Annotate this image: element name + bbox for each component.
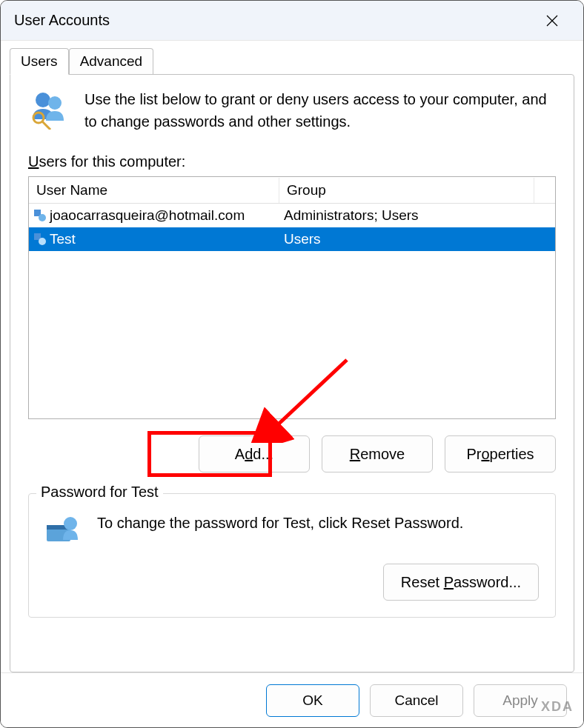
svg-point-3	[48, 96, 62, 110]
svg-point-2	[36, 93, 50, 107]
tab-row: Users Advanced	[10, 48, 574, 74]
svg-point-9	[39, 238, 46, 245]
cell-username: joaocarrasqueira@hotmail.com	[29, 206, 279, 225]
password-button-row: Reset Password...	[45, 564, 539, 601]
table-row[interactable]: joaocarrasqueira@hotmail.com Administrat…	[29, 204, 555, 227]
tab-area: Users Advanced Use the list below to gra…	[1, 41, 583, 672]
cell-username: Test	[29, 230, 279, 249]
cell-group: Administrators; Users	[279, 206, 555, 225]
tab-content-users: Use the list below to grant or deny user…	[10, 74, 574, 672]
reset-password-button[interactable]: Reset Password...	[383, 564, 539, 601]
tab-users[interactable]: Users	[10, 48, 69, 75]
dialog-footer: OK Cancel Apply	[1, 672, 583, 727]
svg-line-5	[42, 121, 50, 130]
user-password-icon	[45, 512, 79, 546]
table-header: User Name Group	[29, 177, 555, 204]
cancel-button[interactable]: Cancel	[370, 684, 463, 717]
column-header-username[interactable]: User Name	[29, 178, 279, 203]
column-header-spacer	[534, 186, 555, 195]
close-button[interactable]	[534, 6, 570, 36]
add-button[interactable]: Add...	[199, 435, 310, 472]
password-row: To change the password for Test, click R…	[45, 509, 539, 546]
svg-point-7	[39, 214, 46, 221]
password-text: To change the password for Test, click R…	[97, 509, 463, 532]
users-table[interactable]: User Name Group joaocarrasqueira@hotmail…	[28, 176, 556, 419]
svg-point-13	[64, 517, 77, 530]
users-list-label: Users for this computer:	[28, 153, 556, 170]
password-groupbox: Password for Test To change the password…	[28, 493, 556, 618]
user-icon	[33, 233, 47, 246]
password-group-label: Password for Test	[36, 484, 163, 501]
ok-button[interactable]: OK	[266, 684, 359, 717]
user-buttons-row: Add... Remove Properties	[28, 435, 556, 472]
cell-group: Users	[279, 230, 555, 249]
window-title: User Accounts	[14, 12, 110, 29]
close-icon	[546, 15, 558, 27]
properties-button[interactable]: Properties	[445, 435, 556, 472]
user-icon	[33, 209, 47, 222]
intro-row: Use the list below to grant or deny user…	[28, 88, 556, 133]
intro-text: Use the list below to grant or deny user…	[84, 88, 556, 133]
user-accounts-dialog: User Accounts Users Advanced	[0, 0, 584, 728]
tab-advanced[interactable]: Advanced	[69, 48, 154, 74]
users-keys-icon	[28, 88, 70, 130]
table-row[interactable]: Test Users	[29, 227, 555, 251]
remove-button[interactable]: Remove	[322, 435, 433, 472]
apply-button[interactable]: Apply	[474, 684, 567, 717]
titlebar: User Accounts	[1, 1, 583, 41]
column-header-group[interactable]: Group	[279, 178, 534, 203]
table-body: joaocarrasqueira@hotmail.com Administrat…	[29, 204, 555, 251]
